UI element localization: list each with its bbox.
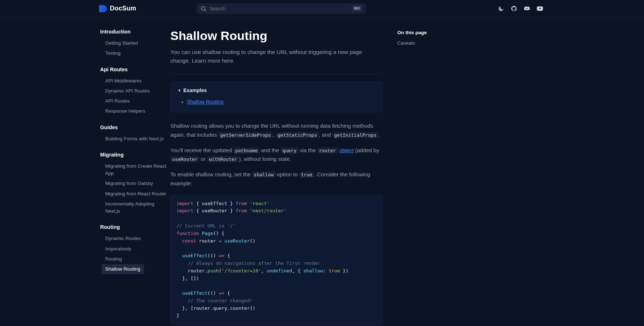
code-withrouter: withRouter [207,156,239,162]
theme-toggle-icon[interactable] [498,5,504,12]
cb-l1-str: 'react' [247,201,270,206]
sidebar-item[interactable]: Routing [100,254,170,264]
lead-paragraph: You can use shallow routing to change th… [170,48,383,65]
cb-l13-arrow: => [219,290,224,296]
para2-text2: and the [260,147,281,153]
router-object-link[interactable]: object [339,147,354,153]
code-true: true [299,172,314,178]
svg-line-1 [205,10,206,11]
cb-l10-undef: undefined [267,268,292,273]
search-input[interactable] [210,6,352,12]
sidebar-section-title: Introduction [100,29,170,35]
code-block: import { useEffect } from 'react' import… [170,195,383,325]
cb-l10-colon: : [323,268,329,273]
cb-l8-paren: (() [207,253,219,258]
cb-l10-true: true [329,268,340,273]
cb-l10-c1: , [261,268,267,273]
code-getstaticprops: getStaticProps [276,132,319,138]
cb-l1-from: from [236,201,247,206]
examples-toggle[interactable]: ▼ Examples [178,87,376,93]
sidebar-item[interactable]: Imperatively [100,244,170,254]
cb-l2-from: from [236,208,247,213]
cb-l10-push: push [207,268,219,273]
sidebar-item[interactable]: Building Forms with Next.js [100,134,170,144]
cb-l13-brace: { [224,290,230,296]
sidebar-item[interactable]: Migrating from Create React App [100,161,170,179]
cb-l2-import: import [176,208,193,213]
sidebar-item[interactable]: Getting Started [100,38,170,48]
search-icon [200,5,207,12]
brand-logo[interactable]: DocSum [99,5,136,12]
cb-l10-str: '/?counter=10' [222,268,261,273]
logo-mark-icon [99,5,107,12]
sidebar-item[interactable]: API Middlewares [100,76,170,86]
cb-l5-function: function [176,231,199,236]
examples-box: ▼ Examples Shallow Routing [170,81,383,112]
para2-text1: You'll receive the updated [170,147,233,153]
sidebar-section-title: Routing [100,224,170,230]
cb-l11-close: }, []) [176,276,199,281]
cb-l2-body: { useRouter } [193,208,236,213]
sidebar-item[interactable]: API Routes [100,96,170,106]
search-input-wrap[interactable]: ⌘K [197,3,366,14]
cb-l15-close: }, [router.query.counter]) [176,305,255,311]
code-getinitialprops: getInitialProps [332,132,378,138]
toc-item[interactable]: Caveats [397,40,462,46]
svg-point-0 [201,6,205,10]
sidebar-section-title: Guides [100,124,170,130]
para1-text3: , and [319,132,332,138]
cb-l5-paren: () { [213,231,224,236]
cb-l2-str: 'next/router' [247,208,287,213]
code-pathname: pathname [233,148,260,154]
cb-l1-import: import [176,201,193,206]
code-shallow: shallow [252,172,276,178]
cb-l6-call: useRouter [222,238,250,244]
table-of-contents: On this page Caveats [397,17,462,326]
sidebar-item[interactable]: Dynamic API Routes [100,86,170,96]
sidebar-item[interactable]: Migrating from Gatsby [100,178,170,189]
sidebar-section-title: Api Routes [100,67,170,72]
para2-text4: (added by [354,147,379,153]
caret-down-icon: ▼ [178,89,181,92]
discord-icon[interactable] [524,5,530,12]
sidebar-item[interactable]: Response Helpers [100,106,170,116]
sidebar-item[interactable]: Migrating from React Router [100,189,170,199]
paragraph-2: You'll receive the updated pathname and … [170,146,383,164]
sidebar-section-title: Migrating [100,152,170,158]
cb-l16-close: } [176,313,179,318]
code-getserversideprops: getServerSideProps [218,132,273,138]
cb-l14-comment: // The counter changed! [176,298,252,303]
cb-l1-body: { useEffect } [193,201,236,206]
examples-list-item: Shallow Routing [187,99,376,105]
code-userouter: useRouter [170,156,199,162]
cb-l8-arrow: => [219,253,224,258]
brand-name: DocSum [110,5,136,12]
para1-text4: . [378,132,380,138]
code-query: query [281,148,298,154]
cb-l13-useeffect: useEffect [176,290,207,296]
cb-l9-comment: // Always do navigations after the first… [176,261,320,266]
cb-l13-paren: (() [207,290,219,296]
cb-l6-paren: () [250,238,256,244]
page-title: Shallow Routing [170,29,383,43]
sidebar-item[interactable]: Dynamic Routes [100,234,170,244]
cb-l5-name: Page [199,231,213,236]
cb-l8-brace: { [224,253,230,258]
para3-text2: option to [276,171,299,177]
sidebar-item[interactable]: Incrementally Adopting Next.js [100,199,170,217]
example-link-shallow-routing[interactable]: Shallow Routing [187,99,223,105]
code-router: router [317,148,338,154]
para2-text5: or [199,156,207,162]
examples-header-text: Examples [183,87,207,93]
sidebar-item[interactable]: Shallow Routing [102,264,144,274]
cb-l8-useeffect: useEffect [176,253,207,258]
youtube-icon[interactable] [537,5,543,12]
cb-l6-id: router [196,238,219,244]
para2-text6: ), without losing state. [239,156,291,162]
github-icon[interactable] [511,5,517,12]
cb-l10-router: router. [176,268,207,273]
sidebar-item[interactable]: Testing [100,48,170,58]
para1-text2: , [273,132,276,138]
para2-text3: via the [298,147,317,153]
para3-text1: To enable shallow routing, set the [170,171,252,177]
